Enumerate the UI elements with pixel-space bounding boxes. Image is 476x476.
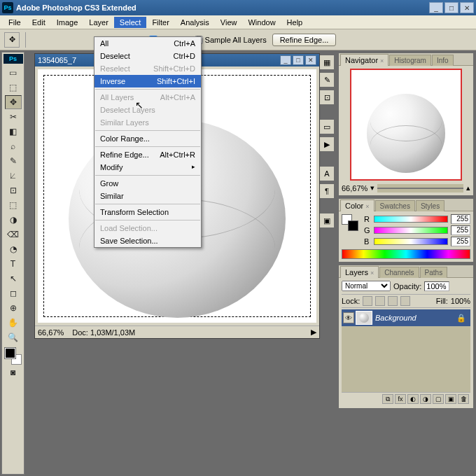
- tool-11[interactable]: ⌫: [5, 227, 22, 241]
- tool-17[interactable]: ✋: [5, 316, 22, 330]
- lock-all-icon[interactable]: [400, 296, 410, 306]
- trash-icon[interactable]: 🗑: [458, 394, 469, 404]
- lock-position-icon[interactable]: [388, 296, 398, 306]
- tool-6[interactable]: ✎: [5, 154, 22, 168]
- fx-icon[interactable]: fx: [395, 394, 406, 404]
- tab-styles[interactable]: Styles: [416, 200, 444, 211]
- quick-mask-icon[interactable]: ◙: [5, 365, 22, 379]
- tool-15[interactable]: ◻: [5, 286, 22, 300]
- b-slider[interactable]: [374, 238, 448, 245]
- tab-swatches[interactable]: Swatches: [375, 200, 415, 211]
- layer-name[interactable]: Background: [375, 314, 416, 322]
- menu-item-grow[interactable]: Grow: [94, 177, 201, 190]
- menu-edit[interactable]: Edit: [27, 17, 51, 28]
- tool-1[interactable]: ⬚: [5, 80, 22, 94]
- menu-window[interactable]: Window: [242, 17, 281, 28]
- r-slider[interactable]: [374, 216, 448, 223]
- tab-layers[interactable]: Layers×: [340, 266, 379, 278]
- zoom-out-icon[interactable]: ▾: [370, 183, 374, 192]
- doc-maximize-button[interactable]: □: [293, 55, 304, 65]
- clone-panel-icon[interactable]: ⊡: [319, 90, 335, 105]
- menu-item-deselect[interactable]: DeselectCtrl+D: [94, 50, 201, 62]
- opacity-value[interactable]: 100%: [424, 281, 449, 291]
- tool-10[interactable]: ◑: [5, 213, 22, 227]
- menu-item-similar[interactable]: Similar: [94, 190, 201, 202]
- tool-2[interactable]: ✥: [5, 95, 22, 109]
- menu-item-modify[interactable]: Modify: [94, 161, 201, 174]
- folder-icon[interactable]: ▢: [433, 394, 444, 404]
- brush-panel-icon[interactable]: ✎: [319, 72, 335, 88]
- menu-item-transform-selection[interactable]: Transform Selection: [94, 206, 201, 218]
- zoom-slider[interactable]: [377, 184, 463, 192]
- close-button[interactable]: ✕: [460, 2, 474, 13]
- maximize-button[interactable]: □: [444, 2, 458, 13]
- tab-histogram[interactable]: Histogram: [389, 55, 431, 66]
- layer-comps-icon[interactable]: ▣: [319, 213, 335, 228]
- menu-item-save-selection-[interactable]: Save Selection...: [94, 234, 201, 247]
- opacity-label: Opacity:: [393, 282, 421, 290]
- tab-info[interactable]: Info: [432, 55, 454, 66]
- menu-analysis[interactable]: Analysis: [175, 17, 215, 28]
- visibility-icon[interactable]: 👁: [343, 312, 354, 323]
- bridge-icon[interactable]: ▦: [319, 55, 335, 70]
- menu-item-inverse[interactable]: InverseShift+Ctrl+I: [94, 75, 201, 88]
- menu-item-all[interactable]: AllCtrl+A: [94, 37, 201, 50]
- tab-channels[interactable]: Channels: [379, 267, 419, 278]
- new-layer-icon[interactable]: ▣: [445, 394, 456, 404]
- tool-14[interactable]: ↖: [5, 272, 22, 286]
- layer-row[interactable]: 👁 Background 🔒: [342, 309, 470, 326]
- layer-thumbnail[interactable]: [356, 311, 372, 325]
- b-value[interactable]: 255: [451, 237, 470, 246]
- tab-navigator[interactable]: Navigator×: [340, 54, 388, 66]
- color-swatch[interactable]: [342, 214, 358, 231]
- color-swatches[interactable]: [5, 348, 22, 365]
- menu-item-refine-edge-[interactable]: Refine Edge...Alt+Ctrl+R: [94, 148, 201, 161]
- layer-list[interactable]: 👁 Background 🔒: [342, 309, 470, 392]
- refine-edge-button[interactable]: Refine Edge...: [272, 34, 337, 46]
- minimize-button[interactable]: _: [429, 2, 443, 13]
- actions-icon[interactable]: ▶: [319, 136, 335, 152]
- link-icon[interactable]: ⧉: [382, 394, 393, 404]
- g-value[interactable]: 255: [451, 225, 470, 235]
- tool-9[interactable]: ⬚: [5, 198, 22, 212]
- lock-transparent-icon[interactable]: [363, 296, 372, 306]
- fill-value[interactable]: 100%: [451, 297, 470, 305]
- tab-paths[interactable]: Paths: [420, 267, 448, 278]
- character-icon[interactable]: A: [319, 166, 335, 181]
- menu-item-color-range-[interactable]: Color Range...: [94, 132, 201, 145]
- doc-minimize-button[interactable]: _: [280, 55, 291, 65]
- g-slider[interactable]: [374, 227, 448, 234]
- spectrum-bar[interactable]: [342, 249, 470, 259]
- sample-all-checkbox[interactable]: Sample All Layers: [195, 36, 267, 44]
- tool-18[interactable]: 🔍: [5, 330, 22, 344]
- tool-7[interactable]: ⟀: [5, 169, 22, 183]
- tool-4[interactable]: ◧: [5, 125, 22, 139]
- menu-help[interactable]: Help: [281, 17, 309, 28]
- menu-item-deselect-layers: Deselect Layers: [94, 104, 201, 116]
- tool-preset-icon[interactable]: ✥: [4, 32, 20, 48]
- adjustment-icon[interactable]: ◑: [420, 394, 431, 404]
- lock-pixels-icon[interactable]: [375, 296, 385, 306]
- menu-file[interactable]: File: [3, 17, 27, 28]
- tool-3[interactable]: ✂: [5, 110, 22, 124]
- zoom-in-icon[interactable]: ▴: [466, 183, 470, 192]
- doc-close-button[interactable]: ✕: [305, 55, 316, 65]
- mask-icon[interactable]: ◐: [407, 394, 419, 404]
- tool-5[interactable]: ⌕: [5, 139, 22, 153]
- menu-view[interactable]: View: [215, 17, 243, 28]
- menu-select[interactable]: Select: [114, 17, 147, 28]
- paragraph-icon[interactable]: ¶: [319, 183, 335, 199]
- tool-13[interactable]: T: [5, 257, 22, 271]
- navigator-thumbnail[interactable]: [350, 69, 462, 181]
- tab-color[interactable]: Color×: [340, 200, 374, 211]
- menu-filter[interactable]: Filter: [146, 17, 174, 28]
- blend-mode-select[interactable]: Normal: [342, 281, 391, 291]
- menu-image[interactable]: Image: [51, 17, 84, 28]
- history-icon[interactable]: ▭: [319, 119, 335, 134]
- tool-8[interactable]: ⊡: [5, 183, 22, 197]
- tool-0[interactable]: ▭: [5, 66, 22, 80]
- tool-12[interactable]: ◔: [5, 242, 22, 256]
- tool-16[interactable]: ⊕: [5, 301, 22, 315]
- r-value[interactable]: 255: [451, 214, 470, 224]
- menu-layer[interactable]: Layer: [83, 17, 114, 28]
